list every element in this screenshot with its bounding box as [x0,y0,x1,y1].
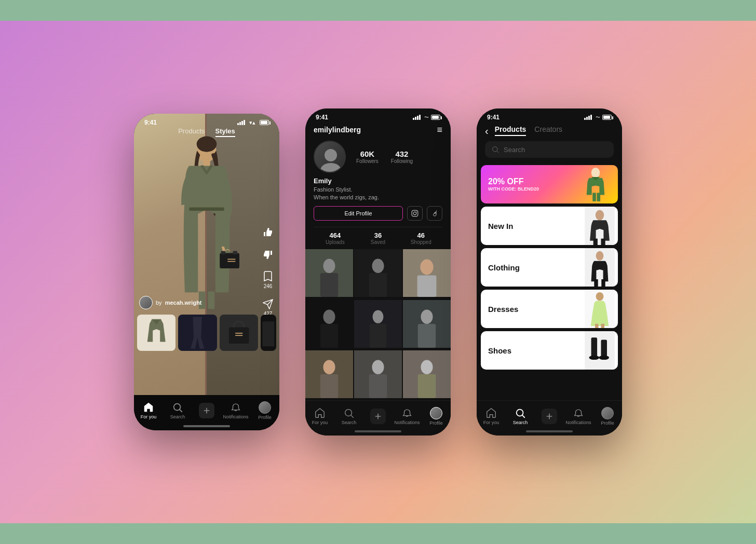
photo-cell-5[interactable] [354,300,402,348]
product-thumb-4[interactable] [261,315,276,351]
shopped-count: 46 [417,232,424,239]
svg-point-31 [323,309,335,324]
back-button[interactable]: ‹ [485,126,489,136]
nav3-create[interactable] [535,409,564,424]
nav-for-you[interactable]: For you [134,402,163,419]
profile-avatar-nav-2[interactable] [430,407,442,419]
following-label: Following [391,158,413,164]
svg-point-19 [413,212,416,215]
svg-rect-68 [601,339,607,357]
category-card-clothing[interactable]: Clothing [481,248,618,287]
create-button-2[interactable] [370,409,386,424]
product-thumb-pants[interactable] [178,315,217,351]
nav2-profile[interactable]: Profile [422,407,451,426]
nav2-for-you[interactable]: For you [305,407,334,425]
nav2-notifications-label: Notifications [394,420,420,425]
dislike-action[interactable] [262,248,274,261]
nav3-search[interactable]: Search [506,407,535,425]
nav3-notifications-label: Notifications [565,420,591,425]
search-icon-3 [515,407,526,419]
svg-rect-13 [235,335,242,336]
wifi-icon-3: 〜 [596,114,600,121]
product-thumb-coat[interactable] [137,315,176,351]
profile-bio-section: Emily Fashion Stylist. When the world zi… [314,177,442,202]
svg-point-34 [373,310,384,323]
tiktok-link[interactable] [427,206,442,221]
saved-count: 36 [374,232,382,239]
photo-cell-1[interactable] [305,249,353,297]
instagram-link[interactable] [407,206,423,221]
menu-button[interactable]: ≡ [437,125,442,134]
photo-cell-6[interactable] [403,300,451,348]
nav2-create[interactable] [363,409,393,424]
uploads-count: 464 [329,232,341,239]
product-thumb-bag[interactable] [220,315,258,351]
phone2-status-icons: 〜 [413,114,440,121]
nav2-notifications[interactable]: Notifications [393,407,422,425]
svg-rect-56 [601,239,605,245]
tab-creators-shop[interactable]: Creators [534,125,562,136]
category-clothing-image [582,248,618,287]
followers-label: Followers [356,158,379,164]
svg-rect-18 [412,210,418,216]
promo-banner[interactable]: 20% OFF WITH CODE: BLEND20 [481,165,618,203]
username-display: emilylindberg [314,126,361,134]
fashion-figure [155,127,259,345]
photo-cell-4[interactable] [305,300,353,348]
nav-profile[interactable]: Profile [250,401,279,420]
category-card-new-in[interactable]: New In [481,207,618,245]
send-icon [262,298,274,310]
profile-avatar-nav-3[interactable] [601,407,614,419]
phone-1-feed: 9:41 ▾▴ [134,114,279,430]
create-button-3[interactable] [542,409,557,424]
nav3-profile[interactable]: Profile [593,407,622,426]
edit-profile-button[interactable]: Edit Profile [314,206,403,221]
svg-point-43 [372,360,384,375]
photo-cell-3[interactable] [403,249,451,297]
tab-styles[interactable]: Styles [215,127,235,137]
svg-rect-32 [320,324,339,348]
creator-name[interactable]: mecah.wright [165,300,202,306]
search-bar[interactable]: Search [485,141,614,158]
svg-rect-55 [593,239,598,245]
tab-products-shop[interactable]: Products [495,125,526,136]
photo-cell-7[interactable] [305,350,353,398]
nav-notifications[interactable]: Notifications [221,402,250,419]
wifi-icon: ▾▴ [249,119,255,126]
nav2-search[interactable]: Search [334,407,363,425]
share-action[interactable]: 427 [262,298,274,317]
nav-search[interactable]: Search [163,402,192,419]
tiktok-icon [431,210,438,217]
profile-info-row: 60K Followers 432 Following [314,141,442,173]
battery-icon-3 [602,115,612,120]
svg-rect-6 [233,251,237,254]
profile-actions-row: Edit Profile [314,206,442,221]
category-card-shoes[interactable]: Shoes [481,331,618,370]
photo-cell-8[interactable] [354,350,402,398]
feed-tabs[interactable]: Products Styles [134,127,279,137]
svg-rect-12 [235,333,242,334]
battery-icon [260,120,269,125]
category-card-dresses[interactable]: Dresses [481,290,618,328]
svg-rect-8 [227,261,235,262]
tab-products[interactable]: Products [178,127,205,137]
photo-cell-9[interactable] [403,350,451,398]
shopped-label: Shopped [411,239,431,245]
profile-avatar-nav[interactable] [259,401,271,414]
svg-point-62 [596,292,604,301]
save-action[interactable]: 246 [262,270,274,289]
phone3-time: 9:41 [487,114,500,121]
photo-cell-2[interactable] [354,249,402,297]
like-action[interactable] [262,226,274,239]
edit-profile-label: Edit Profile [344,210,372,216]
nav-create[interactable] [192,403,221,418]
svg-point-1 [197,136,217,152]
create-button[interactable] [199,403,214,418]
instagram-icon [411,210,419,217]
nav3-notifications[interactable]: Notifications [564,407,593,425]
nav3-for-you[interactable]: For you [477,407,506,425]
svg-rect-66 [591,337,598,357]
feed-image: Products Styles [134,114,279,395]
bio-line1: Fashion Stylist. [314,186,353,193]
profile-stats-bar: 464 Uploads 36 Saved 46 Shopped [314,227,442,249]
